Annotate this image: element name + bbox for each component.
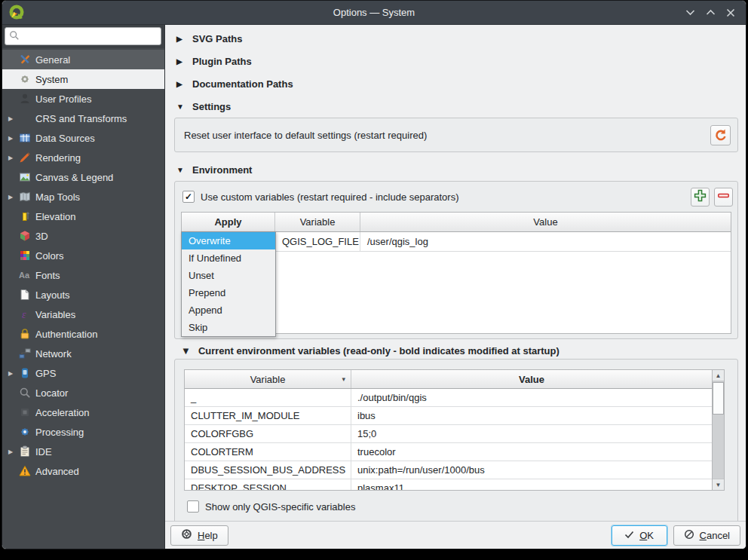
custom-variables-table[interactable]: Apply Variable Value QGIS_LOG_FILE /user… — [181, 212, 731, 334]
padlock-icon — [19, 328, 35, 340]
clipboard-icon — [19, 445, 35, 457]
sidebar-item-crs-and-transforms[interactable]: ▶CRS and Transforms — [2, 109, 164, 128]
sidebar-item-label: Rendering — [35, 152, 81, 164]
sidebar-nav: GeneralSystemUser Profiles▶CRS and Trans… — [2, 48, 164, 549]
cancel-button[interactable]: Cancel — [673, 525, 740, 546]
sidebar-item-ide[interactable]: ▶IDE — [2, 442, 164, 461]
expander-arrow-icon[interactable]: ▶ — [6, 135, 19, 142]
warning-icon — [19, 465, 35, 477]
sidebar-item-colors[interactable]: Colors — [2, 246, 164, 265]
section-documentation-paths[interactable]: Documentation Paths — [174, 72, 738, 95]
env-table-row[interactable]: _./output/bin/qgis — [185, 389, 712, 407]
expander-arrow-icon[interactable]: ▶ — [6, 194, 19, 200]
close-button[interactable] — [724, 6, 737, 20]
column-header-variable[interactable]: Variable — [275, 213, 360, 231]
column-header-env-value[interactable]: Value — [351, 370, 712, 388]
sort-arrow-icon[interactable]: ▾ — [342, 375, 345, 383]
column-header-value[interactable]: Value — [360, 213, 731, 231]
tools-icon — [19, 54, 35, 66]
sidebar-item-3d[interactable]: 3D — [2, 226, 164, 246]
epsilon-icon: ε — [19, 308, 35, 320]
sidebar-item-general[interactable]: General — [2, 50, 164, 69]
minimize-button[interactable] — [683, 6, 697, 20]
scrollbar-thumb[interactable] — [713, 382, 724, 415]
title-bar[interactable]: Options — System — [2, 1, 746, 25]
sidebar-item-canvas-legend[interactable]: Canvas & Legend — [2, 167, 164, 187]
use-custom-variables-checkbox[interactable] — [182, 191, 195, 203]
sidebar-item-user-profiles[interactable]: User Profiles — [2, 89, 164, 109]
sidebar-item-rendering[interactable]: ▶Rendering — [2, 148, 164, 167]
expander-arrow-icon[interactable]: ▶ — [6, 370, 19, 377]
section-environment[interactable]: Environment — [174, 158, 738, 181]
sidebar-item-locator[interactable]: Locator — [2, 383, 164, 402]
sidebar-item-fonts[interactable]: AaFonts — [2, 265, 164, 285]
sidebar-item-label: GPS — [35, 368, 56, 379]
add-variable-button[interactable] — [691, 188, 710, 207]
sidebar-item-label: Network — [35, 348, 72, 360]
apply-option-unset[interactable]: Unset — [182, 267, 275, 284]
sidebar-item-advanced[interactable]: Advanced — [2, 461, 164, 481]
sidebar-item-gps[interactable]: ▶GPS — [2, 363, 164, 383]
sidebar-item-variables[interactable]: εVariables — [2, 304, 164, 324]
section-current-env[interactable]: Current environment variables (read-only… — [174, 342, 738, 359]
env-table-row[interactable]: COLORTERMtruecolor — [185, 443, 712, 461]
apply-option-skip[interactable]: Skip — [182, 319, 275, 336]
collapse-arrow-icon[interactable] — [176, 35, 185, 43]
expander-arrow-icon[interactable]: ▶ — [6, 448, 19, 455]
env-value-cell: unix:path=/run/user/1000/bus — [351, 461, 712, 479]
reset-ui-button[interactable] — [710, 125, 731, 145]
apply-option-overwrite[interactable]: Overwrite — [182, 232, 275, 249]
env-variables-table[interactable]: Variable ▾ Value _./output/bin/qgisCLUTT… — [184, 369, 725, 491]
env-table-row[interactable]: DBUS_SESSION_BUS_ADDRESSunix:path=/run/u… — [185, 461, 712, 479]
apply-option-append[interactable]: Append — [182, 301, 275, 319]
sidebar-item-authentication[interactable]: Authentication — [2, 324, 164, 344]
collapse-arrow-icon[interactable] — [176, 80, 185, 88]
env-table-row[interactable]: DESKTOP_SESSIONplasmax11 — [185, 479, 712, 490]
sidebar-item-label: General — [35, 54, 70, 66]
section-settings[interactable]: Settings — [174, 95, 738, 118]
sidebar-item-data-sources[interactable]: ▶Data Sources — [2, 128, 164, 148]
remove-variable-button[interactable] — [714, 188, 733, 207]
section-svg-paths[interactable]: SVG Paths — [174, 27, 738, 50]
apply-option-if-undefined[interactable]: If Undefined — [182, 249, 275, 267]
env-table-row[interactable]: CLUTTER_IM_MODULEibus — [185, 407, 712, 425]
env-table-row[interactable]: COLORFGBG15;0 — [185, 425, 712, 443]
section-plugin-paths[interactable]: Plugin Paths — [174, 50, 738, 72]
collapse-arrow-icon[interactable] — [181, 345, 191, 357]
sidebar-item-processing[interactable]: Processing — [2, 422, 164, 442]
help-icon — [181, 528, 192, 542]
sidebar-item-label: Variables — [35, 309, 75, 320]
scroll-down-icon[interactable]: ▼ — [713, 479, 724, 490]
sidebar-item-network[interactable]: Network — [2, 344, 164, 363]
options-scroll-area[interactable]: SVG Paths Plugin Paths Documentation Pat… — [165, 25, 746, 521]
sidebar-item-label: Data Sources — [35, 133, 95, 144]
sidebar-item-layouts[interactable]: Layouts — [2, 285, 164, 304]
scroll-up-icon[interactable]: ▲ — [713, 370, 724, 381]
expander-arrow-icon[interactable]: ▶ — [6, 115, 19, 122]
search-input[interactable] — [23, 31, 157, 42]
collapse-arrow-icon[interactable] — [176, 57, 185, 66]
sidebar-item-system[interactable]: System — [2, 69, 164, 89]
collapse-arrow-icon[interactable] — [176, 103, 185, 111]
sidebar-item-acceleration[interactable]: Acceleration — [2, 402, 164, 422]
maximize-button[interactable] — [704, 6, 717, 20]
column-header-env-variable[interactable]: Variable ▾ — [185, 370, 351, 388]
collapse-arrow-icon[interactable] — [176, 166, 185, 174]
table-scrollbar[interactable]: ▲ ▼ — [712, 370, 724, 490]
gps-device-icon — [19, 367, 35, 379]
apply-option-prepend[interactable]: Prepend — [182, 284, 275, 301]
help-button[interactable]: Help — [170, 525, 228, 546]
table-grid-icon — [19, 132, 35, 144]
network-icon — [19, 347, 35, 360]
expander-arrow-icon[interactable]: ▶ — [6, 155, 19, 161]
show-qgis-variables-checkbox[interactable] — [187, 500, 199, 513]
scrollbar-track[interactable] — [713, 381, 724, 479]
plus-icon — [694, 189, 707, 204]
brush-icon — [19, 151, 35, 164]
sidebar-item-elevation[interactable]: Elevation — [2, 207, 164, 226]
variable-cell[interactable]: QGIS_LOG_FILE — [275, 232, 360, 251]
sidebar-item-map-tools[interactable]: ▶Map Tools — [2, 187, 164, 207]
value-cell[interactable]: /user/qgis_log — [360, 232, 731, 251]
ok-button[interactable]: OK — [612, 525, 667, 546]
column-header-apply[interactable]: Apply — [182, 213, 275, 231]
